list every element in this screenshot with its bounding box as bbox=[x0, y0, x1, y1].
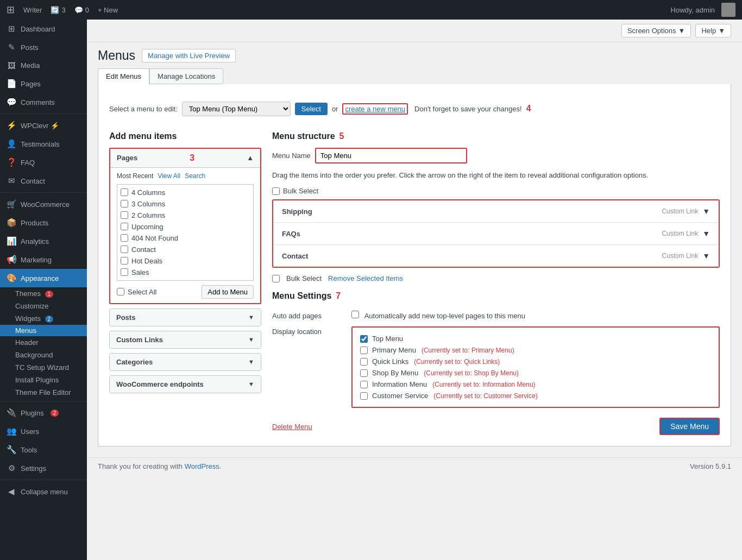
page-checkbox-8[interactable] bbox=[121, 268, 128, 276]
menu-item-shipping: Shipping Custom Link ▼ bbox=[273, 200, 719, 223]
location-checkbox-shop-by[interactable] bbox=[360, 369, 368, 377]
bulk-select-checkbox-top[interactable] bbox=[272, 187, 280, 195]
wordpress-link[interactable]: WordPress bbox=[185, 462, 219, 470]
plugins-badge: 2 bbox=[51, 410, 59, 417]
live-preview-button[interactable]: Manage with Live Preview bbox=[142, 49, 236, 62]
location-name-information: Information Menu bbox=[372, 380, 427, 388]
sidebar-item-contact[interactable]: ✉ Contact bbox=[0, 172, 87, 190]
tabs-bar: Edit Menus Manage Locations bbox=[87, 64, 742, 84]
dont-forget-text: Don't forget to save your changes! bbox=[414, 105, 522, 113]
sidebar-item-products[interactable]: 📦 Products bbox=[0, 213, 87, 232]
sidebar-sub-install-plugins[interactable]: Install Plugins bbox=[0, 374, 87, 386]
sidebar-item-settings[interactable]: ⚙ Settings bbox=[0, 459, 87, 477]
sidebar-sub-themes[interactable]: Themes 1 bbox=[0, 287, 87, 300]
avatar[interactable] bbox=[721, 3, 735, 17]
wp-logo-icon[interactable]: ⊞ bbox=[7, 4, 15, 16]
footer-thank-you: Thank you for creating with WordPress. bbox=[98, 462, 221, 470]
sidebar-divider-4 bbox=[0, 480, 87, 480]
sidebar-sub-theme-file-editor[interactable]: Theme File Editor bbox=[0, 386, 87, 399]
sidebar-collapse[interactable]: ◀ Collapse menu bbox=[0, 482, 87, 501]
sidebar-item-comments[interactable]: 💬 Comments bbox=[0, 93, 87, 111]
location-checkbox-top-menu[interactable] bbox=[360, 335, 368, 343]
updates-item[interactable]: 🔄 3 bbox=[51, 6, 65, 14]
auto-add-label: Auto add pages bbox=[272, 311, 343, 320]
custom-links-accordion-header[interactable]: Custom Links ▼ bbox=[110, 331, 261, 348]
delete-menu-link[interactable]: Delete Menu bbox=[272, 423, 312, 431]
sidebar-item-posts[interactable]: ✎ Posts bbox=[0, 38, 87, 56]
subtab-most-recent[interactable]: Most Recent bbox=[117, 172, 153, 180]
screen-options-button[interactable]: Screen Options ▼ bbox=[621, 24, 691, 37]
sidebar-sub-widgets[interactable]: Widgets 2 bbox=[0, 312, 87, 325]
select-button[interactable]: Select bbox=[295, 103, 328, 115]
menu-name-input[interactable] bbox=[315, 148, 467, 163]
page-checkbox-6[interactable] bbox=[121, 246, 128, 253]
tools-icon: 🔧 bbox=[7, 445, 16, 455]
page-checkbox-7[interactable] bbox=[121, 257, 128, 265]
menu-item-type-faqs: Custom Link bbox=[662, 230, 698, 237]
location-checkbox-information[interactable] bbox=[360, 381, 368, 388]
subtab-view-all[interactable]: View All bbox=[158, 172, 180, 180]
location-checkbox-quick-links[interactable] bbox=[360, 358, 368, 366]
updates-icon: 🔄 bbox=[51, 6, 59, 14]
save-menu-button[interactable]: Save Menu bbox=[659, 418, 720, 435]
testimonials-icon: 👤 bbox=[7, 139, 16, 149]
sidebar-item-wpclevr[interactable]: ⚡ WPClevr ⚡ bbox=[0, 116, 87, 135]
select-all-checkbox[interactable] bbox=[117, 288, 124, 295]
tab-manage-locations[interactable]: Manage Locations bbox=[149, 68, 223, 84]
woo-endpoints-accordion-header[interactable]: WooCommerce endpoints ▼ bbox=[110, 376, 261, 393]
pages-section: Pages 3 ▲ Most Recent View All Search bbox=[109, 148, 261, 304]
posts-accordion-header[interactable]: Posts ▼ bbox=[110, 309, 261, 326]
menu-item-toggle-contact[interactable]: ▼ bbox=[702, 251, 710, 260]
sidebar-item-marketing[interactable]: 📢 Marketing bbox=[0, 250, 87, 269]
page-checkbox-1[interactable] bbox=[121, 188, 128, 196]
sidebar-item-media[interactable]: 🖼 Media bbox=[0, 56, 87, 74]
location-checkbox-primary[interactable] bbox=[360, 347, 368, 354]
bulk-select-checkbox-bottom[interactable] bbox=[272, 275, 280, 282]
create-new-menu-link[interactable]: create a new menu bbox=[342, 103, 408, 115]
sidebar-sub-tc-setup[interactable]: TC Setup Wizard bbox=[0, 361, 87, 374]
sub-tabs: Most Recent View All Search bbox=[117, 172, 254, 180]
sidebar-sub-menus[interactable]: Menus bbox=[0, 325, 87, 336]
auto-add-pages-row: Auto add pages Automatically add new top… bbox=[272, 307, 720, 323]
location-checkbox-customer-service[interactable] bbox=[360, 392, 368, 400]
posts-icon: ✎ bbox=[7, 42, 16, 52]
bulk-select-bottom-row: Bulk Select Remove Selected Items bbox=[272, 274, 720, 282]
menu-item-toggle-shipping[interactable]: ▼ bbox=[702, 207, 710, 216]
page-checkbox-5[interactable] bbox=[121, 234, 128, 242]
sidebar-item-plugins[interactable]: 🔌 Plugins 2 bbox=[0, 404, 87, 422]
sidebar-sub-customize[interactable]: Customize bbox=[0, 300, 87, 312]
sidebar-item-woocommerce[interactable]: 🛒 WooCommerce bbox=[0, 195, 87, 213]
sidebar-sub-header[interactable]: Header bbox=[0, 336, 87, 349]
help-button[interactable]: Help ▼ bbox=[695, 24, 731, 37]
subtab-search[interactable]: Search bbox=[185, 172, 205, 180]
remove-selected-items-link[interactable]: Remove Selected Items bbox=[328, 274, 403, 282]
woo-endpoints-arrow-icon: ▼ bbox=[248, 381, 254, 387]
sidebar-item-appearance[interactable]: 🎨 Appearance bbox=[0, 269, 87, 287]
site-name[interactable]: Writer bbox=[23, 6, 42, 14]
sidebar: ⊞ Dashboard ✎ Posts 🖼 Media 📄 Pages 💬 Co… bbox=[0, 20, 87, 560]
page-checkbox-3[interactable] bbox=[121, 211, 128, 219]
sidebar-sub-background[interactable]: Background bbox=[0, 349, 87, 361]
sidebar-item-faq[interactable]: ❓ FAQ bbox=[0, 153, 87, 172]
woocommerce-icon: 🛒 bbox=[7, 199, 16, 209]
sidebar-item-tools[interactable]: 🔧 Tools bbox=[0, 441, 87, 459]
comments-item[interactable]: 💬 0 bbox=[74, 6, 89, 14]
categories-accordion-header[interactable]: Categories ▼ bbox=[110, 354, 261, 370]
sidebar-item-dashboard[interactable]: ⊞ Dashboard bbox=[0, 20, 87, 38]
sidebar-item-pages[interactable]: 📄 Pages bbox=[0, 74, 87, 93]
auto-add-checkbox[interactable] bbox=[351, 311, 359, 318]
pages-header[interactable]: Pages 3 ▲ bbox=[110, 149, 260, 167]
tab-edit-menus[interactable]: Edit Menus bbox=[98, 68, 149, 84]
menu-item-toggle-faqs[interactable]: ▼ bbox=[702, 229, 710, 238]
menu-select[interactable]: Top Menu (Top Menu) bbox=[182, 102, 291, 116]
page-checkbox-2[interactable] bbox=[121, 200, 128, 207]
sidebar-item-analytics[interactable]: 📊 Analytics bbox=[0, 232, 87, 250]
menu-item-type-shipping: Custom Link bbox=[662, 207, 698, 215]
add-to-menu-button[interactable]: Add to Menu bbox=[202, 285, 254, 299]
new-item[interactable]: + New bbox=[98, 6, 118, 14]
sidebar-item-testimonials[interactable]: 👤 Testimonials bbox=[0, 135, 87, 153]
display-location-value: Top Menu Primary Menu (Currently set to:… bbox=[351, 326, 720, 408]
menu-item-type-contact: Custom Link bbox=[662, 252, 698, 260]
page-checkbox-4[interactable] bbox=[121, 223, 128, 230]
sidebar-item-users[interactable]: 👥 Users bbox=[0, 422, 87, 441]
